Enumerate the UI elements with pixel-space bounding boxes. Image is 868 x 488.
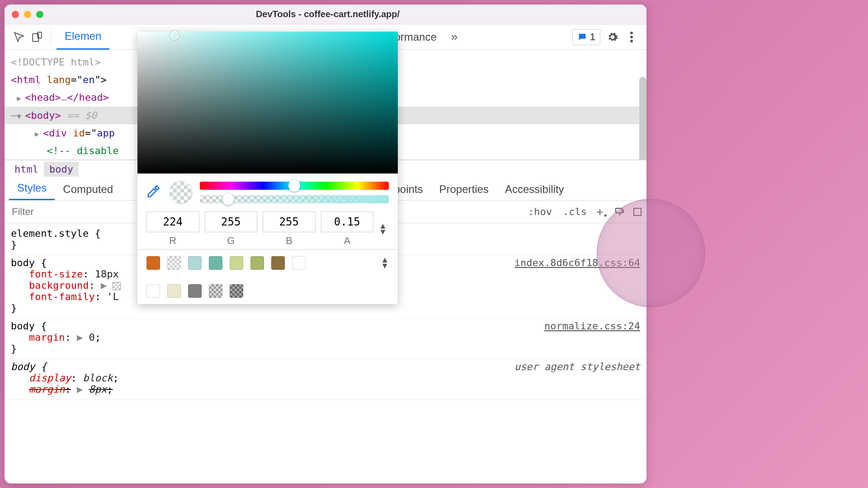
color-g-input[interactable]: [205, 211, 258, 232]
swatch[interactable]: [230, 284, 243, 298]
swatch[interactable]: [209, 256, 222, 270]
color-format-switch[interactable]: ▲▼: [379, 223, 389, 235]
maximize-window-button[interactable]: [36, 11, 43, 18]
more-tabs-icon[interactable]: »: [447, 30, 462, 44]
rule-body-normalize[interactable]: normalize.css:24 body { margin: ▶ 0; }: [5, 319, 646, 359]
tab-elements[interactable]: Elemen: [57, 24, 109, 50]
source-link-normalize[interactable]: normalize.css:24: [544, 320, 640, 332]
swatch[interactable]: [209, 284, 222, 298]
swatch[interactable]: [188, 256, 202, 270]
devtools-window: DevTools - coffee-cart.netlify.app/ Elem…: [5, 5, 646, 483]
swatch[interactable]: [271, 256, 285, 270]
color-b-input[interactable]: [263, 211, 316, 232]
subtab-computed[interactable]: Computed: [55, 178, 121, 200]
color-swatch-row: ▲▼: [137, 249, 398, 304]
inspect-element-icon[interactable]: [11, 29, 27, 45]
dom-doctype: <!DOCTYPE html>: [11, 56, 101, 68]
close-window-button[interactable]: [12, 11, 19, 18]
issues-count: 1: [590, 31, 595, 43]
breadcrumb-body[interactable]: body: [44, 162, 79, 177]
swatch[interactable]: [292, 256, 306, 270]
swatch[interactable]: [146, 284, 160, 298]
color-picker: R G B A ▲▼ ▲▼: [137, 32, 398, 304]
color-a-input[interactable]: [321, 211, 374, 232]
subtab-properties[interactable]: Properties: [431, 178, 496, 200]
titlebar: DevTools - coffee-cart.netlify.app/: [5, 5, 646, 24]
alpha-slider[interactable]: [200, 195, 389, 203]
swatch[interactable]: [250, 256, 264, 270]
dom-scrollbar[interactable]: [639, 77, 646, 160]
new-rule-button[interactable]: ＋▾: [592, 203, 610, 221]
kebab-menu-icon[interactable]: [623, 24, 640, 50]
color-canvas-cursor[interactable]: [170, 31, 179, 40]
svg-point-4: [630, 40, 633, 42]
settings-icon[interactable]: [604, 24, 621, 50]
traffic-lights: [12, 11, 43, 18]
hov-toggle[interactable]: :hov: [523, 206, 557, 217]
cursor-highlight: [597, 199, 705, 307]
color-r-input[interactable]: [146, 211, 199, 232]
swatch[interactable]: [167, 284, 181, 298]
hue-slider[interactable]: [200, 182, 389, 190]
swatch[interactable]: [146, 256, 160, 270]
eyedropper-icon[interactable]: [146, 185, 162, 200]
device-toolbar-icon[interactable]: [29, 29, 45, 45]
swatch[interactable]: [167, 256, 181, 270]
alpha-thumb[interactable]: [222, 193, 234, 205]
cls-toggle[interactable]: .cls: [557, 206, 592, 217]
svg-point-3: [630, 36, 633, 38]
rule-body-ua[interactable]: user agent stylesheet body { display: bl…: [5, 359, 646, 400]
window-title: DevTools - coffee-cart.netlify.app/: [43, 9, 612, 19]
minimize-window-button[interactable]: [24, 11, 31, 18]
color-canvas[interactable]: [137, 32, 398, 174]
swatch[interactable]: [230, 256, 243, 270]
swatch-paginate[interactable]: ▲▼: [381, 257, 389, 268]
hue-thumb[interactable]: [288, 180, 300, 192]
color-preview: [169, 181, 193, 204]
breadcrumb-html[interactable]: html: [9, 162, 44, 177]
swatch[interactable]: [188, 284, 202, 298]
subtab-accessibility[interactable]: Accessibility: [497, 178, 572, 200]
source-ua: user agent stylesheet: [514, 361, 640, 372]
issues-button[interactable]: 1: [572, 29, 600, 45]
svg-point-2: [630, 32, 633, 34]
subtab-styles[interactable]: Styles: [9, 177, 55, 200]
